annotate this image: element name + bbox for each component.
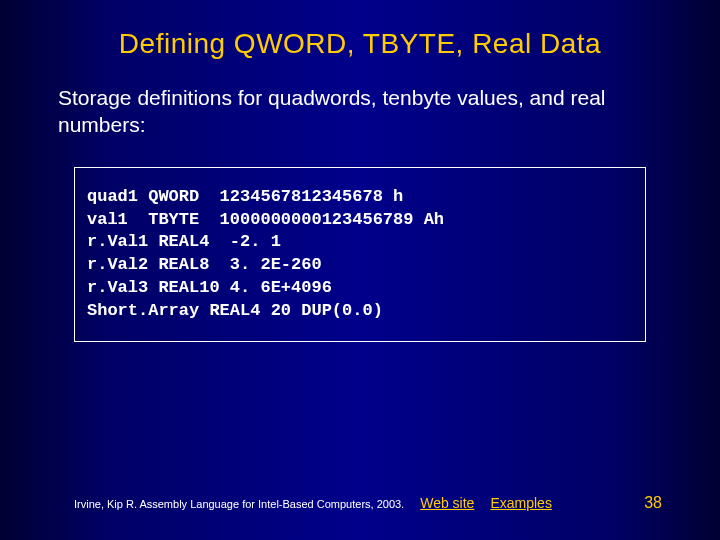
web-site-link[interactable]: Web site: [420, 495, 474, 511]
examples-link[interactable]: Examples: [490, 495, 551, 511]
slide-body: Storage definitions for quadwords, tenby…: [0, 84, 720, 139]
code-line: Short.Array REAL4 20 DUP(0.0): [87, 301, 383, 320]
code-block: quad1 QWORD 1234567812345678 h val1 TBYT…: [74, 167, 646, 343]
footer: Irvine, Kip R. Assembly Language for Int…: [0, 494, 720, 512]
code-line: quad1 QWORD 1234567812345678 h: [87, 187, 403, 206]
slide-title: Defining QWORD, TBYTE, Real Data: [0, 0, 720, 84]
code-line: r.Val3 REAL10 4. 6E+4096: [87, 278, 332, 297]
code-line: r.Val1 REAL4 -2. 1: [87, 232, 281, 251]
page-number: 38: [644, 494, 662, 512]
code-line: r.Val2 REAL8 3. 2E-260: [87, 255, 322, 274]
code-line: val1 TBYTE 1000000000123456789 Ah: [87, 210, 444, 229]
citation-text: Irvine, Kip R. Assembly Language for Int…: [74, 498, 404, 510]
